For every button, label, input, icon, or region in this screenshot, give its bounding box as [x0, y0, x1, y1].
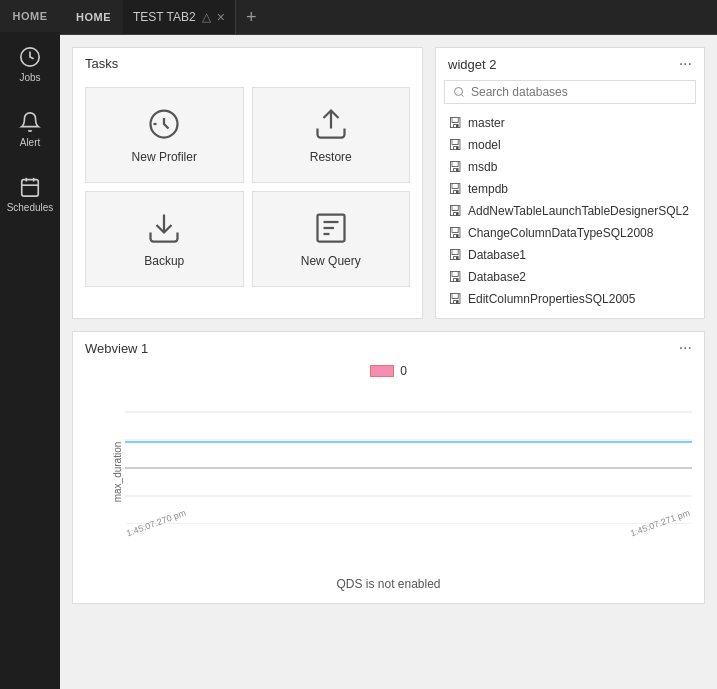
tasks-widget: Tasks New Profiler: [72, 47, 423, 319]
db-name-addnewtable: AddNewTableLaunchTableDesignerSQL2: [468, 204, 689, 218]
jobs-icon: [19, 46, 41, 68]
db-icon-database2: 🖫: [448, 269, 462, 285]
task-card-restore-label: Restore: [310, 150, 352, 164]
new-profiler-icon: [146, 106, 182, 142]
schedules-icon: [19, 176, 41, 198]
db-icon-editcolumn: 🖫: [448, 291, 462, 307]
db-name-msdb: msdb: [468, 160, 497, 174]
db-icon-master: 🖫: [448, 115, 462, 131]
chart-area: 0 max_duration 1.0 0.5 0: [73, 364, 704, 603]
db-icon-model: 🖫: [448, 137, 462, 153]
db-icon-tempdb: 🖫: [448, 181, 462, 197]
alert-icon: [19, 111, 41, 133]
content-area: Tasks New Profiler: [60, 35, 717, 689]
tab-home[interactable]: HOME: [64, 0, 123, 34]
y-axis-label: max_duration: [112, 441, 123, 502]
tasks-title: Tasks: [85, 56, 118, 71]
db-widget-title: widget 2: [448, 57, 496, 72]
db-item-tempdb[interactable]: 🖫 tempdb: [444, 178, 696, 200]
webview-widget-header: Webview 1 ···: [73, 332, 704, 364]
sidebar-item-schedules-label: Schedules: [7, 202, 54, 213]
main-area: HOME TEST TAB2 △ × + Tasks: [60, 0, 717, 689]
db-item-msdb[interactable]: 🖫 msdb: [444, 156, 696, 178]
webview-title: Webview 1: [85, 341, 148, 356]
db-item-database1[interactable]: 🖫 Database1: [444, 244, 696, 266]
task-card-new-profiler[interactable]: New Profiler: [85, 87, 244, 183]
db-name-database2: Database2: [468, 270, 526, 284]
sidebar-item-jobs-label: Jobs: [19, 72, 40, 83]
tab-test-tab2[interactable]: TEST TAB2 △ ×: [123, 0, 236, 34]
tasks-grid: New Profiler Restore: [73, 79, 422, 299]
webview-widget: Webview 1 ··· 0 max_duration: [72, 331, 705, 604]
db-name-tempdb: tempdb: [468, 182, 508, 196]
chart-container: max_duration 1.0 0.5 0 -0.5 -1.0: [125, 384, 692, 559]
legend-label: 0: [400, 364, 407, 378]
task-card-new-query[interactable]: New Query: [252, 191, 411, 287]
top-row: Tasks New Profiler: [72, 47, 705, 319]
tasks-widget-header: Tasks: [73, 48, 422, 79]
task-card-backup-label: Backup: [144, 254, 184, 268]
db-list: 🖫 master 🖫 model 🖫 msdb 🖫 tempdb: [436, 112, 704, 318]
db-item-model[interactable]: 🖫 model: [444, 134, 696, 156]
db-item-addnewtable[interactable]: 🖫 AddNewTableLaunchTableDesignerSQL2: [444, 200, 696, 222]
tab-name: TEST TAB2: [133, 10, 196, 24]
db-icon-addnewtable: 🖫: [448, 203, 462, 219]
tab-bar: HOME TEST TAB2 △ × +: [60, 0, 717, 35]
chart-subtitle: QDS is not enabled: [85, 577, 692, 591]
webview-widget-more-button[interactable]: ···: [679, 340, 692, 356]
db-search-box[interactable]: [444, 80, 696, 104]
db-item-database2[interactable]: 🖫 Database2: [444, 266, 696, 288]
sidebar-item-jobs[interactable]: Jobs: [0, 32, 60, 97]
db-name-changecolumn: ChangeColumnDataTypeSQL2008: [468, 226, 653, 240]
legend-swatch: [370, 365, 394, 377]
tab-add-button[interactable]: +: [236, 7, 267, 28]
backup-icon: [146, 210, 182, 246]
sidebar-item-alert-label: Alert: [20, 137, 41, 148]
task-card-new-profiler-label: New Profiler: [132, 150, 197, 164]
db-icon-database1: 🖫: [448, 247, 462, 263]
search-icon: [453, 86, 465, 98]
chart-legend: 0: [85, 364, 692, 378]
svg-line-13: [461, 94, 463, 96]
db-widget-header: widget 2 ···: [436, 48, 704, 80]
restore-icon: [313, 106, 349, 142]
db-widget-more-button[interactable]: ···: [679, 56, 692, 72]
new-query-icon: [313, 210, 349, 246]
svg-rect-1: [22, 180, 39, 197]
x-axis-labels: 1:45:07.270 pm 1:45:07.271 pm: [125, 529, 692, 539]
sidebar-item-schedules[interactable]: Schedules: [0, 162, 60, 227]
task-card-backup[interactable]: Backup: [85, 191, 244, 287]
db-name-editcolumn: EditColumnPropertiesSQL2005: [468, 292, 635, 306]
sidebar-item-alert[interactable]: Alert: [0, 97, 60, 162]
chart-svg: 1.0 0.5 0 -0.5 -1.0: [125, 384, 692, 524]
tab-close-icon[interactable]: ×: [217, 9, 225, 25]
db-item-editcolumn[interactable]: 🖫 EditColumnPropertiesSQL2005: [444, 288, 696, 310]
db-item-master[interactable]: 🖫 master: [444, 112, 696, 134]
db-item-changecolumn[interactable]: 🖫 ChangeColumnDataTypeSQL2008: [444, 222, 696, 244]
db-widget: widget 2 ··· 🖫 master 🖫 m: [435, 47, 705, 319]
db-search-input[interactable]: [471, 85, 687, 99]
db-icon-msdb: 🖫: [448, 159, 462, 175]
task-card-restore[interactable]: Restore: [252, 87, 411, 183]
db-name-master: master: [468, 116, 505, 130]
db-name-model: model: [468, 138, 501, 152]
db-icon-changecolumn: 🖫: [448, 225, 462, 241]
db-name-database1: Database1: [468, 248, 526, 262]
pin-icon[interactable]: △: [202, 10, 211, 24]
sidebar: HOME Jobs Alert Schedules: [0, 0, 60, 689]
task-card-new-query-label: New Query: [301, 254, 361, 268]
svg-point-12: [455, 88, 463, 96]
sidebar-home[interactable]: HOME: [0, 0, 60, 32]
